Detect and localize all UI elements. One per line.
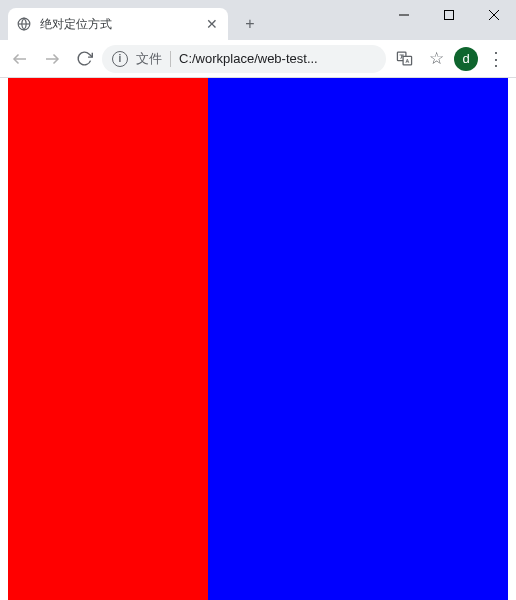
window-close-button[interactable] bbox=[471, 0, 516, 30]
titlebar: 绝对定位方式 ✕ + bbox=[0, 0, 516, 40]
browser-tab[interactable]: 绝对定位方式 ✕ bbox=[8, 8, 228, 40]
blue-block bbox=[208, 78, 508, 600]
info-icon: i bbox=[112, 51, 128, 67]
reload-button[interactable] bbox=[70, 45, 98, 73]
minimize-button[interactable] bbox=[381, 0, 426, 30]
red-block bbox=[8, 78, 208, 600]
separator bbox=[170, 51, 171, 67]
address-bar[interactable]: i 文件 C:/workplace/web-test... bbox=[102, 45, 386, 73]
bookmark-button[interactable]: ☆ bbox=[422, 45, 450, 73]
translate-icon[interactable] bbox=[390, 45, 418, 73]
tab-close-button[interactable]: ✕ bbox=[204, 16, 220, 32]
svg-rect-3 bbox=[444, 11, 453, 20]
svg-rect-9 bbox=[403, 56, 412, 65]
url-prefix: 文件 bbox=[136, 50, 162, 68]
page-viewport bbox=[0, 78, 516, 600]
globe-icon bbox=[16, 16, 32, 32]
back-button[interactable] bbox=[6, 45, 34, 73]
new-tab-button[interactable]: + bbox=[238, 12, 262, 36]
forward-button[interactable] bbox=[38, 45, 66, 73]
url-text: C:/workplace/web-test... bbox=[179, 51, 376, 66]
menu-button[interactable]: ⋮ bbox=[482, 45, 510, 73]
tab-title: 绝对定位方式 bbox=[40, 16, 196, 33]
window-controls bbox=[381, 0, 516, 30]
toolbar: i 文件 C:/workplace/web-test... ☆ d ⋮ bbox=[0, 40, 516, 78]
profile-avatar[interactable]: d bbox=[454, 47, 478, 71]
maximize-button[interactable] bbox=[426, 0, 471, 30]
